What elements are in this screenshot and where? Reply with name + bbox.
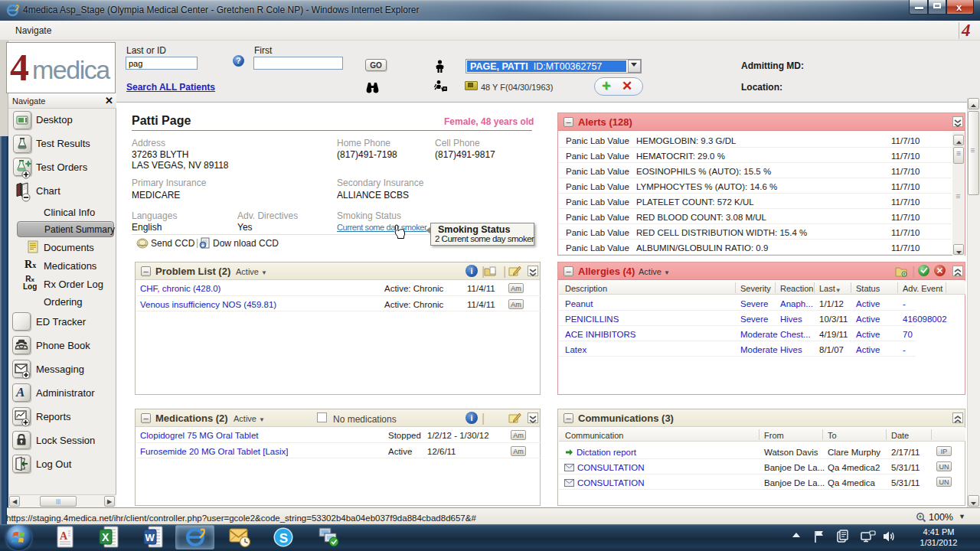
svg-text:X: X: [102, 531, 109, 543]
svg-text:S: S: [279, 531, 288, 546]
svg-text:A: A: [60, 530, 68, 542]
svg-text:W: W: [145, 532, 155, 543]
